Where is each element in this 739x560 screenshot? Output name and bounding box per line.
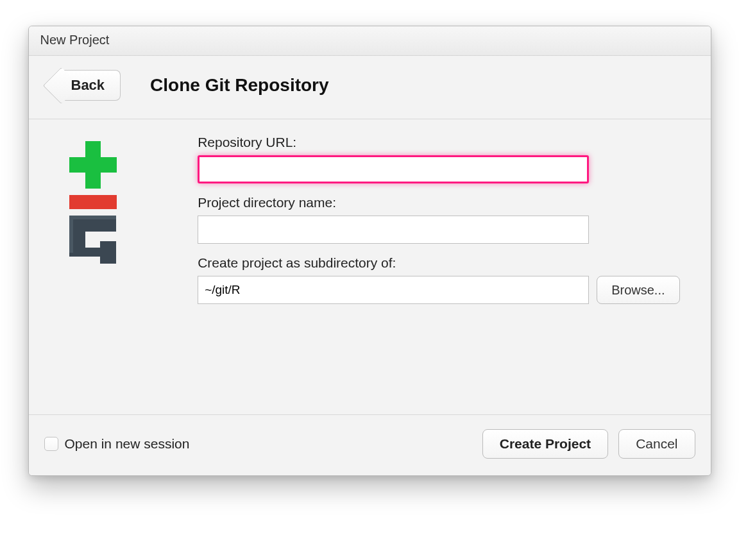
project-dir-input[interactable]	[198, 216, 589, 244]
footer-buttons: Create Project Cancel	[482, 429, 695, 459]
dialog-content: Repository URL: Project directory name: …	[29, 119, 711, 414]
dialog-header: Back Clone Git Repository	[29, 56, 711, 119]
back-button-label: Back	[71, 77, 105, 94]
window-title: New Project	[40, 33, 110, 47]
create-project-button[interactable]: Create Project	[482, 429, 608, 459]
cancel-label: Cancel	[636, 436, 677, 451]
page-title: Clone Git Repository	[150, 75, 328, 96]
subdir-row: Browse...	[198, 276, 679, 304]
browse-button[interactable]: Browse...	[597, 276, 679, 304]
cancel-button[interactable]: Cancel	[618, 429, 695, 459]
form-column: Repository URL: Project directory name: …	[198, 135, 695, 376]
subdir-label: Create project as subdirectory of:	[198, 255, 679, 271]
back-button[interactable]: Back	[62, 70, 121, 101]
checkbox-icon	[44, 437, 58, 451]
new-project-dialog: New Project Back Clone Git Repository Re…	[28, 26, 711, 476]
repo-url-group: Repository URL:	[198, 135, 679, 183]
repo-url-input[interactable]	[198, 155, 589, 183]
open-new-session-checkbox[interactable]: Open in new session	[44, 436, 190, 452]
icon-column	[44, 135, 160, 376]
create-project-label: Create Project	[500, 436, 591, 451]
open-new-session-label: Open in new session	[65, 436, 190, 452]
repo-url-label: Repository URL:	[198, 135, 679, 150]
subdir-input[interactable]	[198, 276, 589, 304]
project-dir-label: Project directory name:	[198, 195, 679, 210]
project-dir-group: Project directory name:	[198, 195, 679, 244]
dialog-footer: Open in new session Create Project Cance…	[29, 414, 711, 475]
svg-rect-1	[69, 157, 117, 173]
git-icon	[50, 136, 153, 264]
window-titlebar: New Project	[29, 26, 711, 56]
svg-rect-2	[69, 195, 117, 209]
subdir-group: Create project as subdirectory of: Brows…	[198, 255, 679, 304]
browse-button-label: Browse...	[611, 283, 665, 297]
